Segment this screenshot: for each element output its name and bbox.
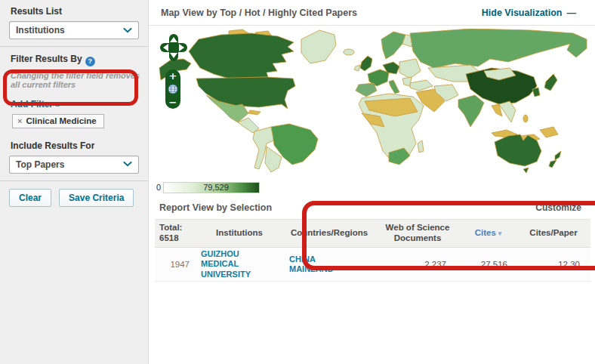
pan-control[interactable] xyxy=(159,33,188,62)
legend-max-label: 79,529 xyxy=(203,183,229,192)
country-new-zealand[interactable] xyxy=(555,151,561,160)
collapse-icon: — xyxy=(567,8,577,18)
map-area: + − xyxy=(149,26,595,180)
row-count: 1947 xyxy=(155,260,196,269)
globe-icon[interactable] xyxy=(168,84,178,94)
report-title: Report View by Selection xyxy=(159,202,272,213)
row-cites-per-paper: 12.30 xyxy=(516,260,590,269)
sidebar: Results List Institutions Filter Results… xyxy=(0,0,149,364)
country-greenland[interactable] xyxy=(301,30,336,63)
results-list-label: Results List xyxy=(11,6,139,17)
include-results-value: Top Papers xyxy=(16,159,64,170)
filter-results-by-label: Filter Results By? xyxy=(11,54,139,66)
column-header-countries[interactable]: Countries/Regions xyxy=(283,228,375,239)
chevron-down-icon xyxy=(123,28,132,33)
legend-min-label: 0 xyxy=(156,183,161,192)
column-header-documents[interactable]: Web of Science Documents xyxy=(375,223,460,244)
institution-link[interactable]: GUIZHOU MEDICAL UNIVERSITY xyxy=(201,249,264,279)
country-korea[interactable] xyxy=(532,88,540,97)
save-criteria-button[interactable]: Save Criteria xyxy=(59,189,134,207)
filter-tag-clinical-medicine[interactable]: × Clinical Medicine xyxy=(12,114,104,128)
country-link[interactable]: CHINA MAINLAND xyxy=(289,254,353,274)
row-cites: 27,516 xyxy=(460,260,516,269)
country-new-guinea[interactable] xyxy=(540,127,558,137)
results-list-value: Institutions xyxy=(16,25,65,35)
include-results-label: Include Results For xyxy=(11,140,139,151)
incites-map-view-page: Results List Institutions Filter Results… xyxy=(0,0,595,364)
hide-visualization-link[interactable]: Hide Visualization — xyxy=(482,8,576,18)
sidebar-divider xyxy=(0,180,148,181)
country-japan[interactable] xyxy=(544,74,557,91)
map-controls: + − xyxy=(159,33,190,109)
legend-gradient-bar: 79,529 xyxy=(163,182,260,193)
main-panel: Map View by Top / Hot / Highly Cited Pap… xyxy=(149,0,595,364)
help-icon[interactable]: ? xyxy=(85,57,95,66)
report-table: Total: 6518 Institutions Countries/Regio… xyxy=(155,219,590,282)
country-russia[interactable] xyxy=(410,29,587,68)
map-view-title: Map View by Top / Hot / Highly Cited Pap… xyxy=(161,8,357,18)
add-filter-link[interactable]: Add Filter » xyxy=(11,99,139,110)
results-list-select[interactable]: Institutions xyxy=(9,21,139,39)
country-spain[interactable] xyxy=(356,83,377,97)
map-legend: 0 79,529 xyxy=(156,181,595,193)
country-uk[interactable] xyxy=(360,56,372,71)
table-row: 1947 GUIZHOU MEDICAL UNIVERSITY CHINA MA… xyxy=(155,248,590,282)
map-countries[interactable] xyxy=(159,29,587,173)
sidebar-divider xyxy=(0,46,148,47)
zoom-out-button[interactable]: − xyxy=(169,98,177,106)
country-australia[interactable] xyxy=(495,134,541,166)
report-header: Report View by Selection Customize xyxy=(159,202,581,213)
country-canada[interactable] xyxy=(189,33,294,79)
country-scandinavia[interactable] xyxy=(381,32,405,59)
zoom-control: + − xyxy=(165,69,180,109)
country-india[interactable] xyxy=(458,95,484,127)
sort-descending-icon: ▾ xyxy=(498,230,502,237)
table-header-row: Total: 6518 Institutions Countries/Regio… xyxy=(155,219,590,248)
chevron-down-icon xyxy=(123,162,132,167)
map-view-header: Map View by Top / Hot / Highly Cited Pap… xyxy=(149,0,595,26)
column-header-cites[interactable]: Cites▾ xyxy=(460,228,516,239)
include-results-select[interactable]: Top Papers xyxy=(9,156,139,174)
filter-tag-label: Clinical Medicine xyxy=(26,116,96,125)
remove-tag-icon[interactable]: × xyxy=(17,116,22,125)
country-usa[interactable] xyxy=(196,77,295,109)
country-turkey[interactable] xyxy=(410,80,433,91)
column-header-cites-per-paper[interactable]: Cites/Paper xyxy=(516,228,590,239)
world-map[interactable] xyxy=(153,29,590,174)
customize-link[interactable]: Customize xyxy=(535,202,581,213)
country-italy[interactable] xyxy=(389,80,399,94)
clear-button[interactable]: Clear xyxy=(9,189,51,207)
zoom-in-button[interactable]: + xyxy=(169,72,177,80)
country-madagascar[interactable] xyxy=(418,140,424,153)
country-tasmania[interactable] xyxy=(523,168,529,173)
column-header-institutions[interactable]: Institutions xyxy=(196,228,283,239)
criteria-buttons: Clear Save Criteria xyxy=(9,189,139,207)
row-documents: 2,237 xyxy=(375,260,460,269)
column-header-total: Total: 6518 xyxy=(155,223,196,244)
filter-note: Changing the filter field removes all cu… xyxy=(11,71,140,90)
